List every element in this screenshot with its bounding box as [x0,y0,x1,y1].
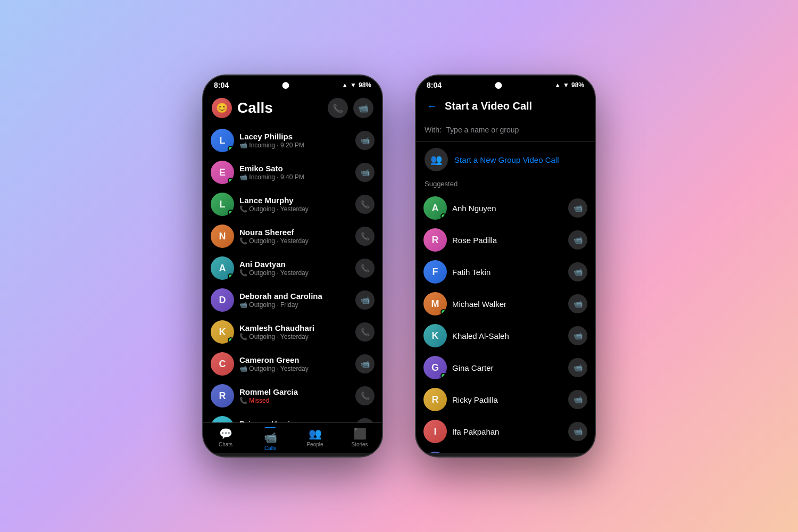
phone-video-call: 8:04 ⬤ ▲ ▼ 98% ← Start a Video Call With… [415,74,596,458]
call-item[interactable]: E Emiko Sato 📹 Incoming · 9:40 PM 📹 [207,156,378,188]
online-indicator [228,337,234,343]
call-avatar: E [211,161,234,184]
video-call-button[interactable]: 📹 [568,390,587,409]
call-detail: 📞 Outgoing · Yesterday [239,205,355,213]
call-item[interactable]: D Deborah and Carolina 📹 Outgoing · Frid… [207,284,378,316]
new-call-button[interactable]: 📞 [328,98,348,118]
call-item[interactable]: C Cameron Green 📹 Outgoing · Yesterday 📹 [207,348,378,380]
tab-label: Calls [264,445,276,451]
back-button[interactable]: ← [425,98,439,114]
status-bar-2: 8:04 ⬤ ▲ ▼ 98% [416,76,595,92]
suggestion-item[interactable]: R Rose Padilla 📹 [420,224,591,256]
call-info: Lacey Phillips 📹 Incoming · 9:20 PM [239,132,355,149]
suggestion-item[interactable]: K Khaled Al-Saleh 📹 [420,320,591,352]
system-icons-2: ▲ ▼ 98% [554,81,584,89]
calls-header-buttons: 📞 📹 [328,98,373,118]
video-call-button[interactable]: 📹 [568,230,587,250]
suggestion-item[interactable]: R Ricky Padilla 📹 [420,384,591,415]
call-item[interactable]: K Kamlesh Chaudhari 📞 Outgoing · Yesterd… [207,316,378,348]
calls-header: 😊 Calls 📞 📹 [203,92,382,124]
online-indicator [228,273,234,279]
suggestion-name: Khaled Al-Saleh [452,331,568,340]
suggestion-item[interactable]: F Fatih Tekin 📹 [420,256,591,288]
video-call-button[interactable]: 📹 [568,262,587,281]
online-indicator [228,178,234,184]
phone-calls: 8:04 ⬤ ▲ ▼ 98% 😊 Calls 📞 📹 L [202,74,383,458]
tab-label: Stories [351,442,368,447]
call-action-button[interactable]: 📹 [355,290,375,310]
video-call-button[interactable]: 📹 [568,294,587,313]
with-input[interactable]: Type a name or group [446,126,519,134]
call-item[interactable]: L Lacey Phillips 📹 Incoming · 9:20 PM 📹 [207,124,378,156]
suggested-label: Suggested [416,178,595,192]
call-action-button[interactable]: 📹 [355,131,375,150]
call-name: Lance Murphy [239,196,355,205]
call-action-button[interactable]: 📞 [355,259,375,278]
suggestion-avatar: K [423,324,447,347]
suggestion-name: Ricky Padilla [452,395,568,404]
wifi-icon-2: ▼ [563,81,569,89]
call-name: Rommel Garcia [239,387,355,396]
suggestion-item[interactable]: A Anh Nguyen 📹 [420,192,591,224]
online-indicator [228,210,234,215]
video-call-button[interactable]: 📹 [568,422,587,441]
call-name: Deborah and Carolina [239,292,355,301]
call-detail: 📹 Outgoing · Friday [239,301,355,309]
tab-icon: ⬛ [353,427,367,440]
call-item[interactable]: A Ani Davtyan 📞 Outgoing · Yesterday 📞 [207,252,378,284]
call-item[interactable]: R Rommel Garcia 📞 Missed 📞 [207,380,378,412]
tab-people[interactable]: 👥 People [293,427,337,451]
tab-bar-1: 💬 Chats 📹 Calls 👥 People ⬛ Stories [203,422,382,453]
calls-header-left: 😊 Calls [212,98,273,118]
call-detail: 📹 Incoming · 9:20 PM [239,142,355,149]
call-item[interactable]: L Lance Murphy 📞 Outgoing · Yesterday 📞 [207,188,378,220]
suggestion-name: Ifa Pakpahan [452,427,568,436]
suggestion-item[interactable]: G Gina Carter 📹 [420,352,591,384]
call-avatar: L [211,193,234,216]
calls-screen: 😊 Calls 📞 📹 L Lacey Phillips 📹 Incoming … [203,92,382,453]
call-name: Cameron Green [239,355,355,364]
calls-list: L Lacey Phillips 📹 Incoming · 9:20 PM 📹 … [203,124,382,422]
call-action-button[interactable]: 📞 [355,195,375,214]
suggestion-item[interactable]: M Michael Walker 📹 [420,288,591,320]
call-name: Noura Shereef [239,228,355,237]
suggestion-item[interactable]: M Marissa Richmond 📹 [420,447,591,453]
online-indicator [440,373,446,379]
new-video-call-button[interactable]: 📹 [353,98,373,118]
call-action-button[interactable]: 📞 [355,322,375,342]
new-group-video-call-button[interactable]: 👥 Start a New Group Video Call [416,142,595,178]
video-call-button[interactable]: 📹 [568,326,587,345]
call-action-button[interactable]: 📞 [355,418,375,422]
call-avatar: C [211,352,234,376]
call-detail: 📞 Outgoing · Yesterday [239,237,355,245]
call-item[interactable]: B Brianna Harris 📞 Incoming · Tuesday 📞 [207,412,378,422]
call-avatar: B [211,416,234,422]
video-call-button[interactable]: 📹 [568,358,587,377]
call-name: Lacey Phillips [239,132,355,141]
call-detail: 📞 Outgoing · Yesterday [239,333,355,340]
suggestion-item[interactable]: I Ifa Pakpahan 📹 [420,415,591,447]
call-avatar: A [211,256,234,280]
call-item[interactable]: N Noura Shereef 📞 Outgoing · Yesterday 📞 [207,220,378,252]
call-action-button[interactable]: 📹 [355,354,375,373]
call-info: Emiko Sato 📹 Incoming · 9:40 PM [239,164,355,181]
with-row[interactable]: With: Type a name or group [416,121,595,142]
tab-stories[interactable]: ⬛ Stories [337,427,382,451]
signal-icon: ▲ [342,81,348,89]
call-action-button[interactable]: 📞 [355,227,375,246]
wifi-icon: ▼ [350,81,356,89]
tab-calls[interactable]: 📹 Calls [248,427,293,451]
call-detail: 📹 Outgoing · Yesterday [239,365,355,372]
signal-icon-2: ▲ [554,81,561,89]
suggestion-name: Rose Padilla [452,236,568,245]
group-icon: 👥 [425,148,448,171]
status-bar-1: 8:04 ⬤ ▲ ▼ 98% [203,76,382,92]
call-name: Emiko Sato [239,164,355,173]
call-info: Noura Shereef 📞 Outgoing · Yesterday [239,228,355,245]
call-action-button[interactable]: 📞 [355,386,375,405]
suggestion-avatar: M [423,452,447,453]
tab-chats[interactable]: 💬 Chats [203,427,248,451]
profile-avatar[interactable]: 😊 [212,98,232,118]
call-action-button[interactable]: 📹 [355,163,375,182]
video-call-button[interactable]: 📹 [568,198,587,218]
